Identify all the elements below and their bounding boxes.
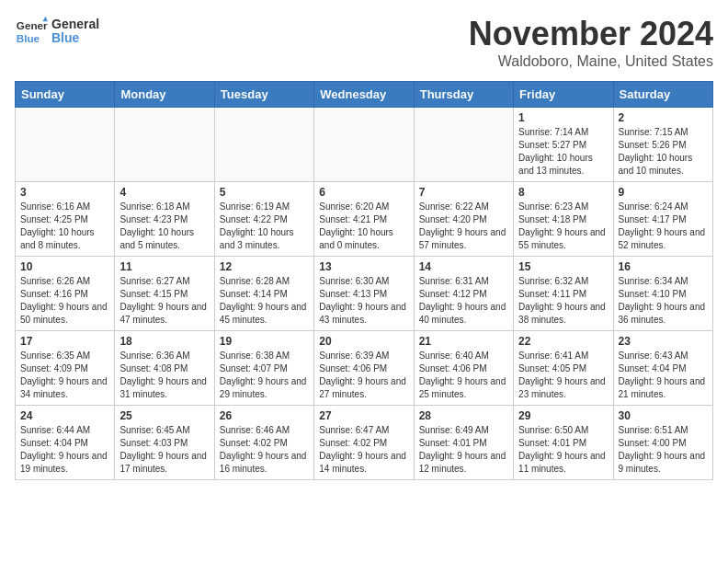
day-info: Sunrise: 6:34 AM Sunset: 4:10 PM Dayligh… — [619, 275, 708, 327]
day-number: 25 — [119, 409, 209, 422]
calendar-cell: 15Sunrise: 6:32 AM Sunset: 4:11 PM Dayli… — [514, 257, 613, 331]
calendar-cell: 28Sunrise: 6:49 AM Sunset: 4:01 PM Dayli… — [414, 406, 513, 480]
calendar-cell: 2Sunrise: 7:15 AM Sunset: 5:26 PM Daylig… — [613, 108, 712, 182]
calendar-week-row: 1Sunrise: 7:14 AM Sunset: 5:27 PM Daylig… — [16, 108, 713, 182]
day-info: Sunrise: 6:41 AM Sunset: 4:05 PM Dayligh… — [518, 350, 608, 401]
page-header: General Blue General Blue November 2024 … — [15, 15, 713, 70]
day-number: 1 — [518, 111, 608, 124]
calendar-cell — [414, 108, 513, 182]
day-info: Sunrise: 6:27 AM Sunset: 4:15 PM Dayligh… — [119, 275, 209, 327]
calendar-header-tuesday: Tuesday — [214, 82, 313, 108]
day-number: 20 — [319, 335, 408, 348]
calendar-cell: 12Sunrise: 6:28 AM Sunset: 4:14 PM Dayli… — [214, 257, 313, 331]
day-info: Sunrise: 6:22 AM Sunset: 4:20 PM Dayligh… — [419, 201, 508, 252]
day-number: 26 — [220, 409, 309, 422]
calendar-cell: 21Sunrise: 6:40 AM Sunset: 4:06 PM Dayli… — [414, 331, 513, 406]
day-number: 16 — [619, 260, 708, 273]
day-info: Sunrise: 7:14 AM Sunset: 5:27 PM Dayligh… — [518, 126, 608, 178]
day-info: Sunrise: 6:26 AM Sunset: 4:16 PM Dayligh… — [20, 275, 109, 327]
day-number: 9 — [619, 186, 708, 199]
svg-text:Blue: Blue — [17, 32, 40, 44]
day-number: 10 — [20, 260, 109, 273]
day-number: 28 — [419, 409, 508, 422]
day-number: 22 — [518, 335, 608, 348]
calendar-cell — [314, 108, 414, 182]
day-info: Sunrise: 6:46 AM Sunset: 4:02 PM Dayligh… — [220, 424, 309, 476]
calendar-week-row: 17Sunrise: 6:35 AM Sunset: 4:09 PM Dayli… — [16, 331, 713, 406]
calendar-week-row: 10Sunrise: 6:26 AM Sunset: 4:16 PM Dayli… — [16, 257, 713, 331]
day-info: Sunrise: 6:49 AM Sunset: 4:01 PM Dayligh… — [419, 424, 508, 476]
calendar-header-monday: Monday — [115, 82, 214, 108]
logo: General Blue General Blue — [15, 15, 99, 48]
calendar-cell: 29Sunrise: 6:50 AM Sunset: 4:01 PM Dayli… — [514, 406, 613, 480]
day-info: Sunrise: 6:40 AM Sunset: 4:06 PM Dayligh… — [419, 350, 508, 401]
calendar-cell: 3Sunrise: 6:16 AM Sunset: 4:25 PM Daylig… — [16, 182, 115, 257]
day-number: 7 — [419, 186, 508, 199]
calendar-header-friday: Friday — [514, 82, 613, 108]
calendar-cell — [115, 108, 214, 182]
calendar-cell: 16Sunrise: 6:34 AM Sunset: 4:10 PM Dayli… — [613, 257, 712, 331]
day-number: 2 — [619, 111, 708, 124]
calendar-cell: 14Sunrise: 6:31 AM Sunset: 4:12 PM Dayli… — [414, 257, 513, 331]
day-info: Sunrise: 6:31 AM Sunset: 4:12 PM Dayligh… — [419, 275, 508, 327]
day-number: 17 — [20, 335, 109, 348]
calendar-cell: 27Sunrise: 6:47 AM Sunset: 4:02 PM Dayli… — [314, 406, 414, 480]
day-number: 14 — [419, 260, 508, 273]
day-info: Sunrise: 6:23 AM Sunset: 4:18 PM Dayligh… — [518, 201, 608, 252]
calendar-cell: 9Sunrise: 6:24 AM Sunset: 4:17 PM Daylig… — [613, 182, 712, 257]
day-number: 29 — [518, 409, 608, 422]
day-info: Sunrise: 6:35 AM Sunset: 4:09 PM Dayligh… — [20, 350, 109, 401]
day-number: 3 — [20, 186, 109, 199]
logo-icon: General Blue — [15, 15, 48, 48]
calendar-cell: 25Sunrise: 6:45 AM Sunset: 4:03 PM Dayli… — [115, 406, 214, 480]
day-info: Sunrise: 6:36 AM Sunset: 4:08 PM Dayligh… — [119, 350, 209, 401]
calendar-cell — [214, 108, 313, 182]
calendar-cell: 22Sunrise: 6:41 AM Sunset: 4:05 PM Dayli… — [514, 331, 613, 406]
calendar-cell: 30Sunrise: 6:51 AM Sunset: 4:00 PM Dayli… — [613, 406, 712, 480]
day-number: 6 — [319, 186, 408, 199]
day-number: 8 — [518, 186, 608, 199]
day-number: 24 — [20, 409, 109, 422]
day-number: 11 — [119, 260, 209, 273]
calendar-cell: 7Sunrise: 6:22 AM Sunset: 4:20 PM Daylig… — [414, 182, 513, 257]
day-info: Sunrise: 6:51 AM Sunset: 4:00 PM Dayligh… — [619, 424, 708, 476]
day-number: 18 — [119, 335, 209, 348]
day-number: 15 — [518, 260, 608, 273]
day-info: Sunrise: 6:43 AM Sunset: 4:04 PM Dayligh… — [619, 350, 708, 401]
calendar-cell: 6Sunrise: 6:20 AM Sunset: 4:21 PM Daylig… — [314, 182, 414, 257]
calendar-week-row: 24Sunrise: 6:44 AM Sunset: 4:04 PM Dayli… — [16, 406, 713, 480]
day-info: Sunrise: 6:44 AM Sunset: 4:04 PM Dayligh… — [20, 424, 109, 476]
day-info: Sunrise: 6:24 AM Sunset: 4:17 PM Dayligh… — [619, 201, 708, 252]
day-info: Sunrise: 6:19 AM Sunset: 4:22 PM Dayligh… — [220, 201, 309, 252]
day-number: 5 — [220, 186, 309, 199]
day-number: 21 — [419, 335, 508, 348]
month-title: November 2024 — [469, 15, 713, 53]
day-info: Sunrise: 6:30 AM Sunset: 4:13 PM Dayligh… — [319, 275, 408, 327]
calendar-header-thursday: Thursday — [414, 82, 513, 108]
calendar-header-sunday: Sunday — [16, 82, 115, 108]
calendar-cell: 11Sunrise: 6:27 AM Sunset: 4:15 PM Dayli… — [115, 257, 214, 331]
calendar-cell: 23Sunrise: 6:43 AM Sunset: 4:04 PM Dayli… — [613, 331, 712, 406]
day-info: Sunrise: 6:39 AM Sunset: 4:06 PM Dayligh… — [319, 350, 408, 401]
day-info: Sunrise: 6:20 AM Sunset: 4:21 PM Dayligh… — [319, 201, 408, 252]
calendar-table: SundayMondayTuesdayWednesdayThursdayFrid… — [15, 81, 713, 480]
day-info: Sunrise: 6:18 AM Sunset: 4:23 PM Dayligh… — [119, 201, 209, 252]
calendar-cell: 10Sunrise: 6:26 AM Sunset: 4:16 PM Dayli… — [16, 257, 115, 331]
calendar-cell: 13Sunrise: 6:30 AM Sunset: 4:13 PM Dayli… — [314, 257, 414, 331]
calendar-cell: 19Sunrise: 6:38 AM Sunset: 4:07 PM Dayli… — [214, 331, 313, 406]
calendar-week-row: 3Sunrise: 6:16 AM Sunset: 4:25 PM Daylig… — [16, 182, 713, 257]
day-info: Sunrise: 6:16 AM Sunset: 4:25 PM Dayligh… — [20, 201, 109, 252]
day-info: Sunrise: 6:47 AM Sunset: 4:02 PM Dayligh… — [319, 424, 408, 476]
location-title: Waldoboro, Maine, United States — [469, 53, 713, 70]
day-info: Sunrise: 6:38 AM Sunset: 4:07 PM Dayligh… — [220, 350, 309, 401]
day-number: 23 — [619, 335, 708, 348]
calendar-header-row: SundayMondayTuesdayWednesdayThursdayFrid… — [16, 82, 713, 108]
day-info: Sunrise: 6:45 AM Sunset: 4:03 PM Dayligh… — [119, 424, 209, 476]
calendar-cell: 8Sunrise: 6:23 AM Sunset: 4:18 PM Daylig… — [514, 182, 613, 257]
day-number: 19 — [220, 335, 309, 348]
day-info: Sunrise: 7:15 AM Sunset: 5:26 PM Dayligh… — [619, 126, 708, 178]
logo-text-blue: Blue — [51, 31, 99, 45]
day-number: 30 — [619, 409, 708, 422]
calendar-cell — [16, 108, 115, 182]
day-info: Sunrise: 6:50 AM Sunset: 4:01 PM Dayligh… — [518, 424, 608, 476]
